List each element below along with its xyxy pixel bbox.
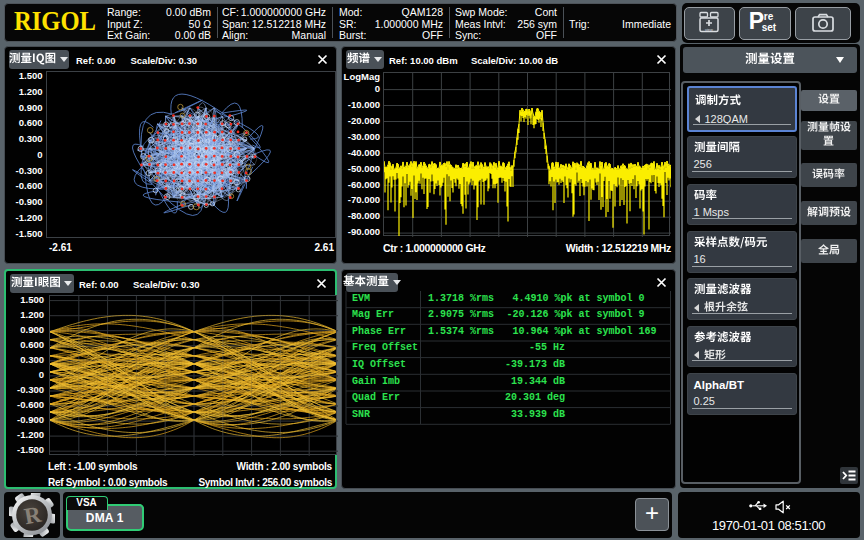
svg-text:view: view <box>705 27 713 32</box>
